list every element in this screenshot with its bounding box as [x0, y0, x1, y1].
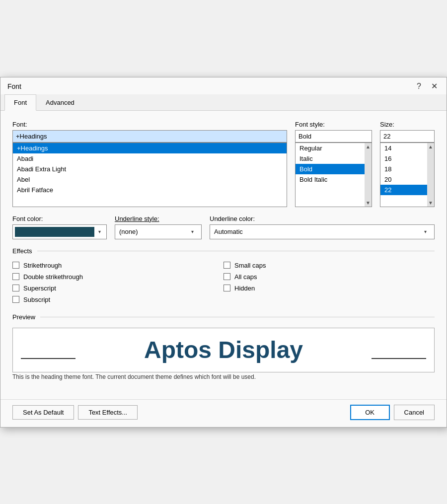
underline-color-arrow: ▾: [420, 229, 430, 234]
font-group: Font: +Headings Abadi Abadi Extra Light …: [12, 121, 287, 207]
effect-strikethrough[interactable]: Strikethrough: [12, 262, 224, 269]
effects-label: Effects: [12, 247, 32, 255]
effect-subscript[interactable]: Subscript: [12, 296, 224, 303]
font-list-item-3[interactable]: Abel: [13, 174, 287, 185]
strikethrough-label: Strikethrough: [23, 262, 62, 269]
cancel-button[interactable]: Cancel: [394, 405, 435, 420]
footer-left: Set As Default Text Effects...: [12, 405, 138, 420]
double-strikethrough-label: Double strikethrough: [23, 273, 83, 281]
font-list-item-2[interactable]: Abadi Extra Light: [13, 164, 287, 174]
style-list-item-0[interactable]: Regular: [296, 143, 372, 153]
underline-style-label: Underline style:: [115, 215, 202, 222]
effects-grid: Strikethrough Small caps Double striketh…: [12, 262, 435, 303]
help-button[interactable]: ?: [414, 81, 424, 91]
color-underline-row: Font color: ▾ Underline style: (none) ▾ …: [12, 215, 435, 239]
color-dropdown-arrow: ▾: [94, 229, 104, 234]
size-label: Size:: [380, 121, 435, 128]
dialog-title: Font: [7, 82, 21, 90]
subscript-label: Subscript: [23, 296, 50, 303]
double-strikethrough-checkbox[interactable]: [12, 273, 19, 280]
effect-all-caps[interactable]: All caps: [224, 273, 435, 281]
preview-section: Preview Aptos Display This is the headin…: [12, 313, 435, 381]
footer-right: OK Cancel: [350, 405, 435, 420]
subscript-checkbox[interactable]: [12, 296, 19, 303]
tab-advanced[interactable]: Advanced: [36, 94, 84, 111]
dialog-footer: Set As Default Text Effects... OK Cancel: [0, 399, 447, 427]
underline-color-label: Underline color:: [210, 215, 435, 222]
font-input[interactable]: [12, 130, 287, 143]
size-group: Size: ▲ ▼ 14 16 18 20 22: [380, 121, 435, 207]
close-button[interactable]: ✕: [428, 81, 441, 91]
style-list[interactable]: ▲ ▼ Regular Italic Bold Bold Italic: [295, 143, 372, 207]
font-list[interactable]: +Headings Abadi Abadi Extra Light Abel A…: [12, 143, 287, 207]
color-group: Font color: ▾: [12, 215, 107, 239]
hidden-checkbox[interactable]: [224, 285, 230, 291]
ok-button[interactable]: OK: [350, 405, 390, 420]
title-bar: Font ? ✕: [0, 77, 447, 94]
preview-description: This is the heading theme font. The curr…: [12, 372, 435, 381]
style-input[interactable]: [295, 130, 372, 143]
tab-advanced-label: Advanced: [46, 99, 74, 106]
underline-color-group: Underline color: Automatic ▾: [210, 215, 435, 239]
strikethrough-checkbox[interactable]: [12, 262, 19, 269]
effect-double-strikethrough[interactable]: Double strikethrough: [12, 273, 224, 281]
all-caps-checkbox[interactable]: [224, 273, 230, 280]
effects-divider: Effects: [12, 247, 435, 255]
color-label: Font color:: [12, 215, 107, 222]
tab-font[interactable]: Font: [4, 94, 36, 111]
style-list-item-2[interactable]: Bold: [296, 164, 372, 174]
effect-superscript[interactable]: Superscript: [12, 285, 224, 292]
underline-color-select[interactable]: Automatic ▾: [210, 224, 435, 239]
tab-font-label: Font: [14, 99, 27, 106]
style-list-item-1[interactable]: Italic: [296, 153, 372, 164]
size-input[interactable]: [380, 130, 435, 143]
preview-box: Aptos Display: [12, 328, 435, 372]
style-list-item-3[interactable]: Bold Italic: [296, 174, 372, 185]
effects-divider-line: [37, 251, 435, 251]
size-list-item-0[interactable]: 14: [380, 143, 434, 153]
text-effects-button[interactable]: Text Effects...: [78, 405, 138, 420]
size-list-item-2[interactable]: 18: [380, 164, 434, 174]
preview-divider-line: [40, 317, 435, 317]
font-list-item-0[interactable]: +Headings: [13, 143, 287, 153]
color-picker-button[interactable]: ▾: [12, 224, 107, 239]
font-list-item-1[interactable]: Abadi: [13, 153, 287, 164]
all-caps-label: All caps: [234, 273, 257, 281]
effect-hidden[interactable]: Hidden: [224, 285, 435, 292]
font-label: Font:: [12, 121, 287, 128]
hidden-label: Hidden: [234, 285, 255, 292]
tab-bar: Font Advanced: [0, 94, 447, 111]
style-label: Font style:: [295, 121, 372, 128]
effect-small-caps[interactable]: Small caps: [224, 262, 435, 269]
size-list[interactable]: ▲ ▼ 14 16 18 20 22: [380, 143, 435, 207]
preview-text: Aptos Display: [144, 336, 303, 363]
font-dialog: Font ? ✕ Font Advanced Font: +Headings A…: [0, 77, 447, 428]
underline-style-arrow: ▾: [187, 229, 197, 234]
preview-divider: Preview: [12, 313, 435, 321]
color-swatch: [15, 227, 94, 237]
superscript-label: Superscript: [23, 285, 56, 292]
dialog-content: Font: +Headings Abadi Abadi Extra Light …: [0, 111, 447, 399]
superscript-checkbox[interactable]: [12, 285, 19, 291]
title-bar-controls: ? ✕: [414, 81, 441, 91]
font-fields-row: Font: +Headings Abadi Abadi Extra Light …: [12, 121, 435, 207]
underline-color-value: Automatic: [214, 228, 243, 235]
underline-style-group: Underline style: (none) ▾: [115, 215, 202, 239]
small-caps-checkbox[interactable]: [224, 262, 230, 269]
size-list-item-1[interactable]: 16: [380, 153, 434, 164]
underline-style-select[interactable]: (none) ▾: [115, 224, 202, 239]
style-group: Font style: ▲ ▼ Regular Italic Bold Bold…: [295, 121, 372, 207]
set-default-button[interactable]: Set As Default: [12, 405, 74, 420]
size-list-item-4[interactable]: 22: [380, 185, 434, 195]
small-caps-label: Small caps: [234, 262, 266, 269]
preview-line-right: [372, 358, 426, 359]
size-list-item-3[interactable]: 20: [380, 174, 434, 185]
preview-label: Preview: [12, 313, 35, 321]
underline-style-value: (none): [119, 228, 138, 235]
font-list-item-4[interactable]: Abril Fatface: [13, 185, 287, 195]
preview-line-left: [21, 358, 75, 359]
